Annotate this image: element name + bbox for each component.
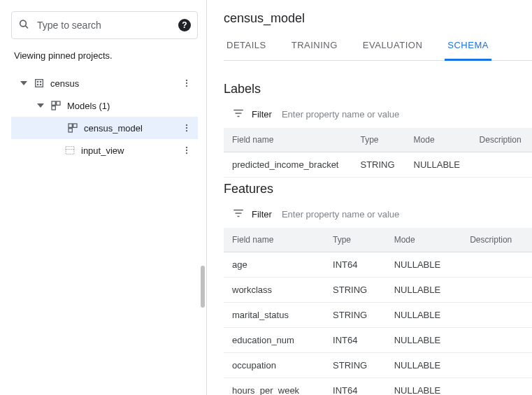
svg-point-8 — [186, 82, 187, 84]
svg-point-6 — [40, 84, 41, 85]
svg-rect-14 — [73, 124, 77, 127]
col-desc: Description — [461, 228, 532, 252]
svg-point-21 — [186, 147, 187, 148]
table-row: education_numINT64NULLABLE — [224, 328, 532, 353]
svg-point-22 — [186, 150, 187, 151]
svg-point-4 — [40, 81, 41, 82]
cell-desc — [461, 278, 532, 303]
col-desc: Description — [471, 128, 532, 152]
model-icon — [64, 122, 81, 134]
labels-heading: Labels — [224, 82, 532, 96]
cell-desc — [461, 378, 532, 396]
tab-details[interactable]: DETAILS — [224, 40, 269, 61]
svg-point-23 — [186, 152, 187, 154]
cell-type: STRING — [324, 278, 386, 303]
tab-evaluation[interactable]: EVALUATION — [360, 40, 425, 61]
filter-label: Filter — [252, 209, 272, 220]
tree-node-label: Models (1) — [64, 101, 195, 111]
svg-rect-11 — [57, 101, 60, 105]
cell-mode: NULLABLE — [386, 353, 462, 378]
svg-point-7 — [186, 80, 187, 81]
cell-type: STRING — [324, 303, 386, 328]
svg-rect-15 — [69, 129, 72, 132]
svg-line-1 — [25, 26, 28, 29]
search-wrap: ? — [11, 11, 198, 39]
col-field: Field name — [224, 228, 324, 252]
kebab-icon[interactable] — [178, 123, 195, 133]
cell-mode: NULLABLE — [386, 252, 462, 278]
table-row: workclassSTRINGNULLABLE — [224, 278, 532, 303]
table-row: hours_per_weekINT64NULLABLE — [224, 378, 532, 396]
cell-type: STRING — [352, 152, 405, 178]
svg-point-3 — [37, 81, 38, 82]
search-input[interactable] — [11, 11, 198, 39]
table-row: occupationSTRINGNULLABLE — [224, 353, 532, 378]
svg-point-18 — [186, 130, 187, 131]
cell-mode: NULLABLE — [405, 152, 471, 178]
tab-training[interactable]: TRAINING — [289, 40, 340, 61]
svg-rect-10 — [52, 101, 55, 105]
filter-label: Filter — [252, 109, 272, 120]
cell-field: education_num — [224, 328, 324, 353]
kebab-icon[interactable] — [178, 78, 195, 88]
labels-filter-input[interactable] — [279, 106, 532, 122]
table-row: ageINT64NULLABLE — [224, 252, 532, 278]
cell-desc — [461, 353, 532, 378]
col-field: Field name — [224, 128, 352, 152]
features-heading: Features — [224, 182, 532, 196]
cell-mode: NULLABLE — [386, 328, 462, 353]
kebab-icon[interactable] — [178, 145, 195, 155]
cell-desc — [461, 328, 532, 353]
tree-node-models-folder[interactable]: Models (1) — [11, 94, 198, 117]
svg-rect-13 — [69, 124, 72, 127]
view-icon — [62, 145, 78, 156]
cell-mode: NULLABLE — [386, 303, 462, 328]
svg-rect-12 — [52, 106, 55, 110]
svg-point-17 — [186, 127, 187, 129]
features-table: Field name Type Mode Description ageINT6… — [224, 228, 532, 395]
svg-point-16 — [186, 124, 187, 126]
help-icon[interactable]: ? — [178, 19, 191, 31]
cell-field: occupation — [224, 353, 324, 378]
page-title: census_model — [224, 11, 532, 26]
table-row: marital_statusSTRINGNULLABLE — [224, 303, 532, 328]
svg-rect-19 — [66, 147, 74, 155]
cell-field: workclass — [224, 278, 324, 303]
cell-field: age — [224, 252, 324, 278]
status-text: Viewing pinned projects. — [11, 50, 198, 61]
tree-node-view[interactable]: input_view — [11, 139, 198, 161]
cell-field: predicted_income_bracket — [224, 152, 352, 178]
col-mode: Mode — [386, 228, 462, 252]
tree-node-project[interactable]: census — [11, 72, 198, 94]
col-type: Type — [352, 128, 405, 152]
cell-field: marital_status — [224, 303, 324, 328]
cell-type: INT64 — [324, 328, 386, 353]
cell-desc — [461, 303, 532, 328]
tree-node-model[interactable]: census_model — [11, 117, 198, 139]
sidebar: ? Viewing pinned projects. census Models… — [0, 0, 207, 395]
cell-type: STRING — [324, 353, 386, 378]
tab-schema[interactable]: SCHEMA — [445, 40, 491, 61]
tree-node-label: census — [48, 78, 178, 89]
svg-rect-2 — [36, 80, 43, 87]
scrollbar-thumb[interactable] — [201, 266, 205, 308]
main-panel: census_model DETAILS TRAINING EVALUATION… — [207, 0, 532, 395]
filter-icon[interactable] — [232, 107, 245, 122]
table-row: predicted_income_bracketSTRINGNULLABLE — [224, 152, 532, 178]
cell-desc — [461, 252, 532, 278]
chevron-down-icon[interactable] — [34, 102, 48, 109]
svg-point-9 — [186, 85, 187, 87]
cell-desc — [471, 152, 532, 178]
tree-node-label: census_model — [81, 123, 178, 134]
chevron-down-icon[interactable] — [17, 80, 31, 87]
col-mode: Mode — [405, 128, 471, 152]
svg-point-5 — [37, 84, 38, 85]
cell-mode: NULLABLE — [386, 278, 462, 303]
cell-type: INT64 — [324, 378, 386, 396]
tabs: DETAILS TRAINING EVALUATION SCHEMA — [224, 40, 532, 61]
features-filter-input[interactable] — [279, 206, 532, 222]
cell-mode: NULLABLE — [386, 378, 462, 396]
filter-icon[interactable] — [232, 207, 245, 222]
model-folder-icon — [48, 100, 64, 111]
cell-field: hours_per_week — [224, 378, 324, 396]
